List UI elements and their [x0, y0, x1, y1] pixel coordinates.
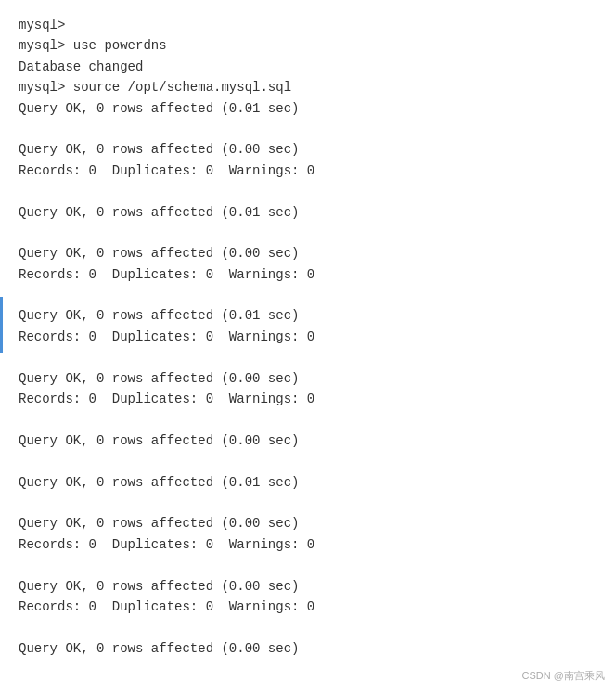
terminal-line: Query OK, 0 rows affected (0.00 sec): [19, 638, 597, 659]
terminal-line: Query OK, 0 rows affected (0.00 sec): [19, 139, 597, 160]
terminal-line: Query OK, 0 rows affected (0.01 sec): [19, 202, 597, 223]
terminal-line: [19, 181, 597, 201]
terminal-line: mysql>: [19, 15, 597, 35]
terminal-line: Query OK, 0 rows affected (0.01 sec): [19, 305, 597, 326]
terminal-line: [19, 617, 597, 637]
terminal-line: [19, 285, 597, 305]
terminal-line: Records: 0 Duplicates: 0 Warnings: 0: [19, 389, 597, 409]
terminal-line: Records: 0 Duplicates: 0 Warnings: 0: [19, 597, 597, 617]
terminal-output: mysql>mysql> use powerdnsDatabase change…: [19, 15, 597, 659]
terminal-line: Records: 0 Duplicates: 0 Warnings: 0: [19, 264, 597, 285]
terminal-line: Query OK, 0 rows affected (0.00 sec): [19, 368, 597, 389]
terminal-line: mysql> use powerdns: [19, 35, 597, 56]
terminal-line: [19, 555, 597, 575]
terminal-line: [19, 223, 597, 243]
terminal-line: mysql> source /opt/schema.mysql.sql: [19, 77, 597, 97]
terminal-line: Query OK, 0 rows affected (0.00 sec): [19, 243, 597, 263]
terminal-line: Records: 0 Duplicates: 0 Warnings: 0: [19, 327, 597, 347]
terminal-line: [19, 493, 597, 513]
watermark: CSDN @南宫乘风: [522, 669, 605, 683]
terminal-line: Records: 0 Duplicates: 0 Warnings: 0: [19, 161, 597, 181]
terminal-container: mysql>mysql> use powerdnsDatabase change…: [0, 0, 616, 694]
terminal-line: [19, 451, 597, 471]
left-border-accent: [0, 297, 3, 353]
terminal-line: [19, 347, 597, 367]
terminal-line: Records: 0 Duplicates: 0 Warnings: 0: [19, 534, 597, 555]
terminal-line: [19, 409, 597, 430]
terminal-line: Query OK, 0 rows affected (0.00 sec): [19, 576, 597, 597]
terminal-line: Query OK, 0 rows affected (0.01 sec): [19, 98, 597, 119]
terminal-line: [19, 119, 597, 139]
terminal-line: Query OK, 0 rows affected (0.00 sec): [19, 513, 597, 533]
terminal-line: Query OK, 0 rows affected (0.00 sec): [19, 431, 597, 451]
terminal-line: Database changed: [19, 57, 597, 77]
terminal-line: Query OK, 0 rows affected (0.01 sec): [19, 472, 597, 493]
